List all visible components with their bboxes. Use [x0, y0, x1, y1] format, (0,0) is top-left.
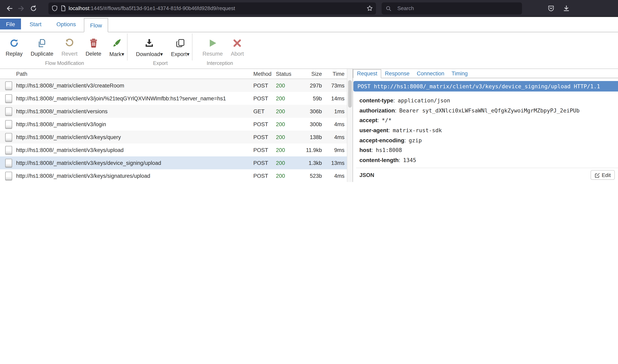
url-path: :1445/#/flows/fba5f13d-91e1-4374-81fd-90… [89, 5, 235, 11]
mark-icon [112, 38, 122, 48]
flow-row[interactable]: http://hs1:8008/_matrix/client/v3/keys/d… [0, 156, 347, 169]
flow-rows: http://hs1:8008/_matrix/client/v3/create… [0, 79, 347, 182]
revert-button[interactable]: Revert [57, 32, 82, 57]
header-value: application/json [398, 97, 450, 104]
header-value: matrix-rust-sdk [393, 127, 442, 133]
duplicate-button[interactable]: Duplicate [27, 32, 57, 57]
page-info-icon[interactable] [61, 5, 66, 11]
flow-status: 200 [276, 134, 297, 140]
duplicate-label: Duplicate [31, 51, 54, 57]
resume-button[interactable]: Resume [199, 32, 227, 57]
menu-bar: File Start Options Flow [0, 17, 618, 32]
request-header[interactable]: accept:*/* [359, 115, 618, 125]
flow-time: 13ms [322, 160, 347, 166]
flow-row[interactable]: http://hs1:8008/_matrix/client/v3/keys/q… [0, 130, 347, 143]
flow-status: 200 [276, 160, 297, 166]
flow-method: POST [253, 160, 276, 166]
edit-button-label: Edit [602, 172, 611, 178]
column-size[interactable]: Size [297, 71, 322, 77]
reload-button[interactable] [27, 2, 40, 14]
menu-flow-tab[interactable]: Flow [84, 18, 108, 32]
forward-button[interactable] [15, 2, 27, 14]
tab-response[interactable]: Response [381, 70, 413, 78]
status-code: 200 [276, 173, 285, 179]
flow-size: 59b [297, 95, 322, 101]
flow-row[interactable]: http://hs1:8008/_matrix/client/v3/loginP… [0, 118, 347, 130]
flow-row[interactable]: http://hs1:8008/_matrix/client/v3/create… [0, 79, 347, 92]
shield-icon[interactable] [52, 5, 58, 11]
request-line[interactable]: POST http://hs1:8008/_matrix/client/v3/k… [353, 81, 618, 91]
request-header[interactable]: content-length:1345 [359, 155, 618, 165]
tab-timing[interactable]: Timing [448, 70, 471, 78]
request-header[interactable]: user-agent:matrix-rust-sdk [359, 125, 618, 135]
replay-label: Replay [6, 51, 23, 57]
request-header[interactable]: authorization:Bearer syt_dXNlci0xLWFsaWN… [359, 105, 618, 115]
toolbar-separator [192, 33, 192, 61]
mark-label: Mark▾ [109, 51, 124, 57]
tab-request[interactable]: Request [353, 69, 381, 78]
body-format-row: JSON Edit [359, 168, 615, 182]
flow-time: 9ms [322, 147, 347, 153]
mark-button[interactable]: Mark▾ [105, 32, 128, 57]
menu-file[interactable]: File [0, 19, 21, 29]
flow-toolbar: Replay Duplicate Revert Delete [0, 32, 618, 69]
edit-button[interactable]: Edit [590, 170, 615, 180]
column-status[interactable]: Status [276, 71, 297, 77]
flow-row[interactable]: http://hs1:8008/_matrix/client/versionsG… [0, 105, 347, 118]
search-placeholder: Search [397, 5, 414, 11]
tab-connection[interactable]: Connection [413, 70, 448, 78]
edit-pencil-icon [594, 172, 600, 178]
export-icon [175, 38, 185, 48]
bookmark-star-icon[interactable] [367, 5, 373, 11]
downloads-icon[interactable] [563, 5, 570, 12]
flow-path: http://hs1:8008/_matrix/client/v3/keys/u… [14, 147, 253, 153]
group-interception: Resume Abort [199, 32, 248, 61]
menu-options[interactable]: Options [51, 19, 81, 29]
request-header[interactable]: host:hs1:8008 [359, 145, 618, 155]
menu-start[interactable]: Start [23, 19, 48, 29]
revert-icon [65, 38, 74, 48]
header-value: Bearer syt_dXNlci0xLWFsaWNl_eQfgkZywoiMg… [399, 107, 580, 114]
column-path[interactable]: Path [14, 71, 253, 77]
flow-list-scrollbar[interactable] [347, 69, 353, 182]
url-text: localhost:1445/#/flows/fba5f13d-91e1-437… [68, 5, 364, 11]
flow-status: 200 [276, 108, 297, 114]
flow-path: http://hs1:8008/_matrix/client/v3/join/%… [14, 95, 253, 101]
delete-button[interactable]: Delete [81, 32, 105, 57]
document-icon [0, 94, 14, 103]
flow-table-header: Path Method Status Size Time [0, 69, 347, 79]
search-bar[interactable]: Search [382, 2, 522, 14]
replay-button[interactable]: Replay [2, 32, 27, 57]
column-method[interactable]: Method [253, 71, 276, 77]
column-time[interactable]: Time [322, 71, 347, 77]
scrollbar-thumb[interactable] [348, 80, 352, 108]
header-name: authorization [359, 107, 395, 114]
flow-size: 300b [297, 121, 322, 127]
flow-status: 200 [276, 82, 297, 89]
download-button[interactable]: Download▾ [132, 32, 167, 57]
flow-list-panel: Path Method Status Size Time http://hs1:… [0, 69, 347, 182]
document-icon [0, 81, 14, 90]
flow-size: 523b [297, 173, 322, 179]
url-bar[interactable]: localhost:1445/#/flows/fba5f13d-91e1-437… [48, 2, 376, 14]
flow-row[interactable]: http://hs1:8008/_matrix/client/v3/join/%… [0, 92, 347, 105]
flow-method: POST [253, 173, 276, 179]
export-button[interactable]: Export▾ [167, 32, 194, 57]
download-icon [145, 38, 154, 48]
delete-label: Delete [85, 51, 101, 57]
status-code: 200 [276, 160, 285, 166]
request-header[interactable]: accept-encoding:gzip [359, 135, 618, 145]
flow-row[interactable]: http://hs1:8008/_matrix/client/v3/keys/s… [0, 169, 347, 182]
abort-button[interactable]: Abort [227, 32, 248, 57]
download-label: Download▾ [136, 51, 163, 57]
flow-size: 297b [297, 82, 322, 89]
flow-size: 11.9kb [297, 147, 322, 153]
flow-row[interactable]: http://hs1:8008/_matrix/client/v3/keys/u… [0, 143, 347, 156]
flow-path: http://hs1:8008/_matrix/client/v3/keys/q… [14, 134, 253, 140]
pocket-icon[interactable] [548, 5, 554, 12]
status-code: 200 [276, 121, 285, 127]
flow-path: http://hs1:8008/_matrix/client/v3/login [14, 121, 253, 127]
request-header[interactable]: content-type:application/json [359, 95, 618, 105]
document-icon [0, 146, 14, 154]
back-button[interactable] [3, 2, 15, 14]
